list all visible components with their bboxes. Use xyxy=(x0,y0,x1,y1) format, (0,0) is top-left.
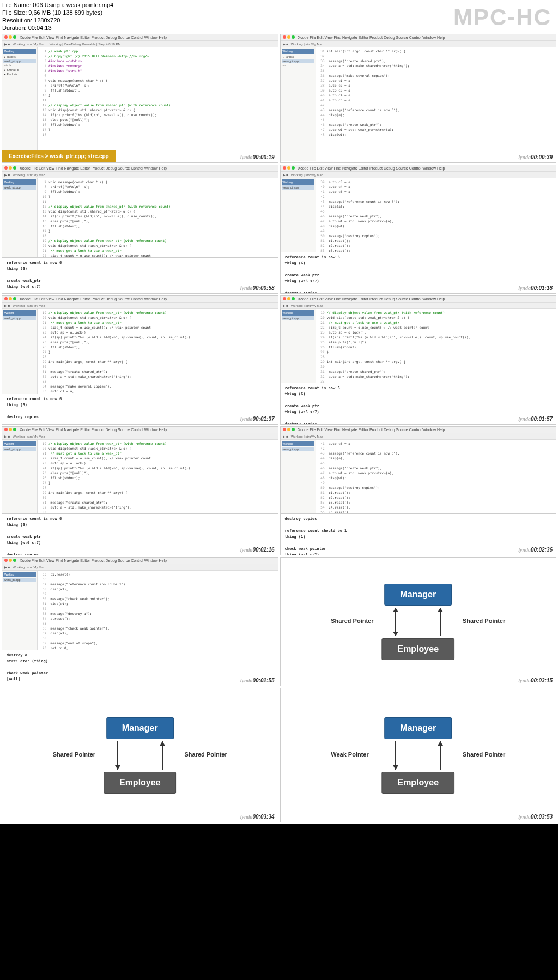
file-navigator[interactable]: Working ▸ Targets weak_ptr.cpp strc.h ▸ … xyxy=(2,47,38,161)
path-callout: ExerciseFiles > weak_ptr.cpp; strc.cpp xyxy=(2,150,116,162)
manager-box: Manager xyxy=(384,584,452,606)
app-watermark: MPC-HC xyxy=(453,4,551,31)
thumb-12[interactable]: Manager Employee Weak Pointer Shared Poi… xyxy=(280,688,557,822)
left-label: Shared Pointer xyxy=(331,618,373,624)
thumb-1[interactable]: Xcode File Edit View Find Navigate Edito… xyxy=(2,34,278,163)
thumb-6[interactable]: Xcode File Edit View Find Navigate Edito… xyxy=(280,295,557,425)
timestamp: lynda00:00:19 xyxy=(240,154,275,160)
console-output: reference count is now 6thing (6) create… xyxy=(2,257,278,292)
thumb-11[interactable]: Manager Employee Shared Pointer Shared P… xyxy=(2,688,278,822)
arrow-left xyxy=(395,608,396,636)
thumb-9[interactable]: Xcode File Edit View Find Navigate Edito… xyxy=(2,557,278,686)
file-info: File Name: 006 Using a weak pointer.mp4 … xyxy=(2,1,113,32)
employee-box: Employee xyxy=(381,638,454,660)
thumb-10[interactable]: Manager Employee Shared Pointer Shared P… xyxy=(280,557,557,686)
code-editor[interactable]: 1// weak_ptr.cpp2// Copyright (c) 2015 B… xyxy=(38,47,278,161)
thumb-2[interactable]: Xcode File Edit View Find Navigate Edito… xyxy=(280,34,557,163)
arrow-right xyxy=(440,608,441,636)
xcode-menubar: Xcode File Edit View Find Navigate Edito… xyxy=(2,34,278,41)
thumb-8[interactable]: Xcode File Edit View Find Navigate Edito… xyxy=(280,426,557,555)
thumb-7[interactable]: Xcode File Edit View Find Navigate Edito… xyxy=(2,426,278,555)
thumb-5[interactable]: Xcode File Edit View Find Navigate Edito… xyxy=(2,295,278,425)
right-label: Shared Pointer xyxy=(463,618,505,624)
xcode-toolbar: ▶ ■ Working | strc/My Mac Working | C++/… xyxy=(2,41,278,47)
thumbnail-grid: Xcode File Edit View Find Navigate Edito… xyxy=(0,0,558,824)
thumb-4[interactable]: Xcode File Edit View Find Navigate Edito… xyxy=(280,165,557,294)
thumb-3[interactable]: Xcode File Edit View Find Navigate Edito… xyxy=(2,165,278,294)
